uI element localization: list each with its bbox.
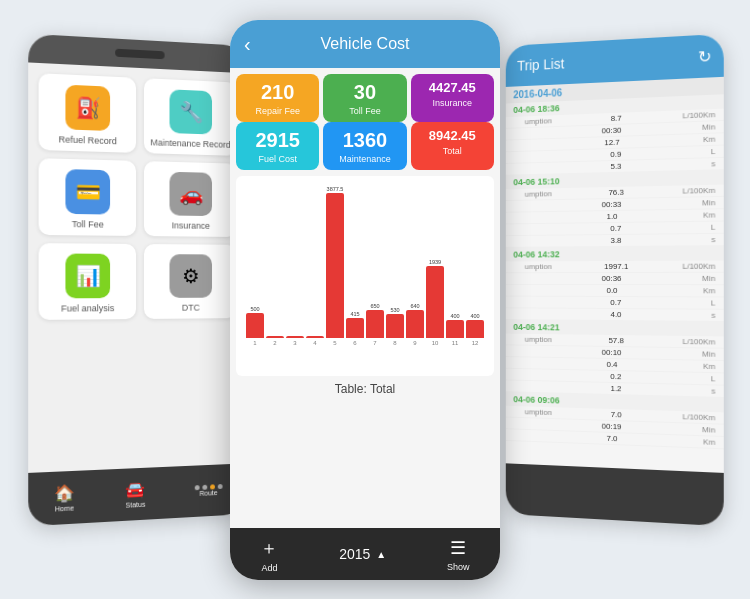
bar-value: 400 bbox=[450, 313, 459, 319]
trip-row: umption1997.1L/100Km bbox=[506, 261, 724, 274]
trip-val: 7.0 bbox=[611, 410, 622, 419]
trip-unit: Min bbox=[702, 198, 715, 207]
menu-item-toll[interactable]: 💳 Toll Fee bbox=[39, 158, 136, 236]
bar-value: 415 bbox=[350, 311, 359, 317]
stat-total: 8942.45 Total bbox=[411, 122, 494, 170]
menu-item-maintenance[interactable]: 🔧 Maintenance Record bbox=[144, 78, 237, 156]
trip-val: 0.7 bbox=[610, 298, 621, 307]
nav-status[interactable]: 🚘 Status bbox=[126, 480, 146, 509]
trip-val: 3.8 bbox=[610, 236, 621, 245]
bar-group: 6409 bbox=[406, 303, 424, 346]
trip-val: 1.0 bbox=[606, 212, 617, 221]
repair-fee-label: Repair Fee bbox=[255, 106, 300, 116]
nav-route[interactable]: Route bbox=[195, 484, 223, 497]
menu-item-fuel-analysis[interactable]: 📊 Fuel analysis bbox=[39, 243, 136, 320]
bar bbox=[426, 266, 444, 338]
stat-toll-fee: 30 Toll Fee bbox=[323, 74, 406, 122]
maintenance-label: Maintenance bbox=[339, 154, 391, 164]
trip-unit: L/100Km bbox=[682, 110, 715, 120]
toll-fee-label: Toll Fee bbox=[349, 106, 381, 116]
dtc-icon: ⚙ bbox=[170, 254, 213, 298]
trip-unit: Km bbox=[703, 135, 715, 145]
menu-item-insurance[interactable]: 🚗 Insurance bbox=[144, 161, 237, 237]
bar-label: 4 bbox=[313, 340, 316, 346]
add-button[interactable]: ＋ Add bbox=[260, 536, 278, 573]
back-button[interactable]: ‹ bbox=[244, 33, 251, 56]
stat-fuel-cost: 2915 Fuel Cost bbox=[236, 122, 319, 170]
toll-fee-value: 30 bbox=[354, 80, 376, 104]
trip-unit: s bbox=[711, 159, 715, 168]
trip-val: 4.0 bbox=[610, 310, 621, 319]
bar-group: 40011 bbox=[446, 313, 464, 346]
trip-key: umption bbox=[525, 335, 552, 344]
bar-label: 8 bbox=[393, 340, 396, 346]
trip-list: 2016-04-0604-06 18:36umption8.7L/100Km00… bbox=[506, 77, 724, 473]
bar-group: 5001 bbox=[246, 306, 264, 346]
toll-icon: 💳 bbox=[65, 169, 110, 214]
menu-item-refuel[interactable]: ⛽ Refuel Record bbox=[39, 73, 136, 153]
trip-val: 7.0 bbox=[606, 434, 617, 443]
insurance-value: 4427.45 bbox=[429, 80, 476, 96]
right-title: Trip List bbox=[517, 56, 564, 74]
stats-row2: 2915 Fuel Cost 1360 Maintenance 8942.45 … bbox=[230, 122, 500, 176]
show-button[interactable]: ☰ Show bbox=[447, 537, 470, 572]
refuel-label: Refuel Record bbox=[58, 134, 116, 146]
bar bbox=[326, 193, 344, 338]
center-bottom-bar: ＋ Add 2015 ▲ ☰ Show bbox=[230, 528, 500, 580]
trip-unit: s bbox=[711, 386, 715, 395]
bar-label: 7 bbox=[373, 340, 376, 346]
stat-repair-fee: 210 Repair Fee bbox=[236, 74, 319, 122]
trip-val: 12.7 bbox=[604, 138, 619, 147]
trip-unit: L bbox=[711, 298, 716, 307]
right-bottom-bar bbox=[506, 463, 724, 526]
stats-row1: 210 Repair Fee 30 Toll Fee 4427.45 Insur… bbox=[230, 68, 500, 122]
year-selector[interactable]: 2015 ▲ bbox=[339, 546, 386, 562]
total-label: Total bbox=[443, 146, 462, 156]
notch bbox=[115, 49, 165, 60]
bar bbox=[446, 320, 464, 338]
trip-val: 57.8 bbox=[608, 336, 623, 345]
trip-unit: Km bbox=[703, 210, 715, 219]
trip-unit: L bbox=[711, 374, 716, 383]
status-label: Status bbox=[126, 501, 146, 509]
bar-group: 6507 bbox=[366, 303, 384, 346]
total-value: 8942.45 bbox=[429, 128, 476, 144]
bar-label: 3 bbox=[293, 340, 296, 346]
bar-value: 500 bbox=[250, 306, 259, 312]
status-icon: 🚘 bbox=[126, 480, 146, 500]
bar-group: 40012 bbox=[466, 313, 484, 346]
toll-label: Toll Fee bbox=[72, 219, 104, 230]
trip-unit: Km bbox=[703, 362, 715, 371]
trip-val: 0.9 bbox=[610, 150, 621, 159]
trip-val: 00:30 bbox=[602, 126, 622, 136]
nav-home[interactable]: 🏠 Home bbox=[54, 483, 75, 513]
bar-label: 6 bbox=[353, 340, 356, 346]
bar-group: 3 bbox=[286, 335, 304, 346]
bar-value: 640 bbox=[410, 303, 419, 309]
show-label: Show bbox=[447, 562, 470, 572]
trip-key: umption bbox=[525, 407, 552, 417]
refresh-icon[interactable]: ↻ bbox=[698, 46, 711, 66]
bar-label: 10 bbox=[432, 340, 439, 346]
bar-group: 193910 bbox=[426, 259, 444, 346]
trip-unit: L/100Km bbox=[682, 262, 715, 271]
center-title: Vehicle Cost bbox=[321, 35, 410, 53]
bar-label: 1 bbox=[253, 340, 256, 346]
bar-group: 2 bbox=[266, 335, 284, 346]
trip-val: 00:19 bbox=[602, 422, 622, 432]
maintenance-icon: 🔧 bbox=[170, 89, 213, 134]
trip-val: 1.2 bbox=[610, 384, 621, 393]
trip-unit: Min bbox=[702, 274, 715, 283]
trip-row: 00:36Min bbox=[506, 273, 724, 285]
bar-label: 12 bbox=[472, 340, 479, 346]
repair-fee-value: 210 bbox=[261, 80, 294, 104]
bar bbox=[306, 336, 324, 338]
fuel-cost-label: Fuel Cost bbox=[258, 154, 297, 164]
insurance-label: Insurance bbox=[433, 98, 473, 108]
bar bbox=[386, 314, 404, 338]
chart-area: 50012343877.5541566507530864091939104001… bbox=[236, 176, 494, 376]
menu-item-dtc[interactable]: ⚙ DTC bbox=[144, 244, 237, 319]
trip-unit: Min bbox=[702, 122, 715, 132]
trip-time: 04-06 14:32 bbox=[506, 246, 724, 261]
trip-val: 0.4 bbox=[606, 360, 617, 369]
